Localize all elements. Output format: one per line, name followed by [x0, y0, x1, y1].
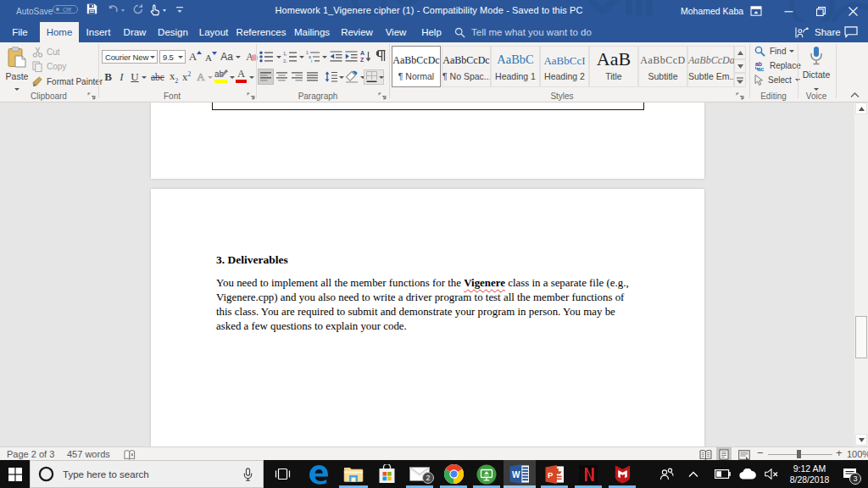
- shrink-font-button[interactable]: A: [204, 51, 218, 64]
- scrollbar-thumb[interactable]: [855, 316, 867, 358]
- font-color-dropdown-icon[interactable]: [249, 76, 254, 79]
- taskbar-netflix[interactable]: [573, 460, 604, 488]
- styles-gallery-more-button[interactable]: [734, 73, 746, 87]
- style-normal[interactable]: AaBbCcDc ¶ Normal: [392, 46, 441, 87]
- start-button[interactable]: [0, 460, 30, 488]
- tab-home[interactable]: Home: [40, 22, 79, 42]
- task-view-button[interactable]: [267, 460, 298, 488]
- numbering-icon[interactable]: 12: [283, 51, 298, 63]
- underline-dropdown-icon[interactable]: [142, 76, 147, 79]
- styles-scroll-up-button[interactable]: [734, 46, 746, 59]
- find-button[interactable]: Find: [754, 45, 794, 58]
- copy-button[interactable]: Copy: [32, 60, 66, 73]
- bullets-dropdown-icon[interactable]: [276, 56, 281, 58]
- font-size-combo[interactable]: 9.5: [159, 50, 186, 64]
- align-right-icon[interactable]: [292, 72, 303, 81]
- taskbar-powerpoint[interactable]: P: [539, 460, 570, 488]
- style-subtitle[interactable]: AaBbCcD Subtitle: [638, 46, 687, 87]
- taskbar-screenshare-app[interactable]: [471, 460, 502, 488]
- tab-layout[interactable]: Layout: [194, 22, 233, 42]
- styles-scroll-down-button[interactable]: [734, 59, 746, 73]
- select-button[interactable]: Select: [754, 74, 800, 86]
- page-indicator[interactable]: Page 2 of 3: [7, 448, 54, 460]
- taskbar-search-box[interactable]: Type here to search: [30, 460, 264, 488]
- zoom-level[interactable]: 100%: [847, 448, 868, 460]
- line-spacing-dropdown-icon[interactable]: [339, 76, 344, 79]
- italic-button[interactable]: I: [116, 70, 127, 84]
- tray-chevron-button[interactable]: [683, 460, 704, 488]
- sort-icon[interactable]: AZ: [360, 50, 371, 62]
- share-button[interactable]: Share: [795, 22, 843, 42]
- numbering-dropdown-icon[interactable]: [299, 56, 304, 58]
- format-painter-button[interactable]: Format Painter: [32, 75, 103, 88]
- word-count[interactable]: 457 words: [67, 448, 110, 460]
- clear-formatting-button[interactable]: A: [244, 50, 259, 64]
- tray-onedrive-button[interactable]: [736, 460, 760, 488]
- proofing-icon[interactable]: [124, 450, 136, 460]
- styles-dialog-launcher[interactable]: [736, 92, 744, 101]
- multilevel-list-icon[interactable]: 1ai: [306, 51, 320, 63]
- increase-indent-icon[interactable]: [345, 51, 358, 62]
- tab-draw[interactable]: Draw: [118, 22, 152, 42]
- bullets-icon[interactable]: [259, 51, 274, 63]
- search-mic-icon[interactable]: [243, 468, 253, 481]
- tab-file[interactable]: File: [3, 22, 36, 42]
- tab-review[interactable]: Review: [337, 22, 377, 42]
- document-area[interactable]: 3. Deliverables You need to implement al…: [0, 103, 854, 446]
- justify-icon[interactable]: [307, 72, 318, 81]
- restore-button[interactable]: [806, 0, 835, 22]
- show-marks-icon[interactable]: [376, 50, 386, 62]
- style-heading2[interactable]: AaBbCcI Heading 2: [540, 46, 589, 87]
- text-effects-button[interactable]: A: [195, 70, 207, 84]
- taskbar-word[interactable]: W: [504, 460, 536, 488]
- clipboard-dialog-launcher[interactable]: [87, 92, 96, 101]
- decrease-indent-icon[interactable]: [330, 51, 342, 62]
- tab-mailings[interactable]: Mailings: [289, 22, 335, 42]
- tray-battery-button[interactable]: [710, 460, 734, 488]
- taskbar-store[interactable]: [371, 460, 402, 488]
- superscript-button[interactable]: x2: [180, 70, 193, 84]
- tab-view[interactable]: View: [379, 22, 413, 42]
- zoom-in-button[interactable]: +: [836, 447, 843, 459]
- style-heading1[interactable]: AaBbC Heading 1: [491, 46, 540, 87]
- borders-dropdown-icon[interactable]: [379, 76, 384, 79]
- bold-button[interactable]: B: [102, 70, 114, 84]
- minimize-button[interactable]: [774, 0, 803, 22]
- strikethrough-button[interactable]: abc: [149, 70, 166, 84]
- ribbon-display-options-button[interactable]: [742, 0, 771, 22]
- close-button[interactable]: [838, 0, 867, 22]
- style-subtle-emphasis[interactable]: AaBbCcDa Subtle Em...: [687, 46, 734, 87]
- dictate-button[interactable]: Dictate: [799, 45, 833, 91]
- taskbar-file-explorer[interactable]: [337, 460, 370, 488]
- zoom-slider-handle[interactable]: [797, 450, 801, 458]
- tray-volume-button[interactable]: [760, 460, 783, 488]
- underline-button[interactable]: U: [129, 70, 141, 84]
- tab-references[interactable]: References: [235, 22, 287, 42]
- change-case-button[interactable]: Aa: [220, 50, 241, 64]
- cut-button[interactable]: Cut: [32, 46, 60, 58]
- line-spacing-icon[interactable]: [325, 71, 337, 82]
- tab-design[interactable]: Design: [153, 22, 192, 42]
- highlight-color-button[interactable]: ab: [214, 69, 228, 84]
- taskbar-chrome[interactable]: [438, 460, 469, 488]
- scroll-down-button[interactable]: [855, 434, 867, 446]
- highlight-dropdown-icon[interactable]: [230, 76, 235, 79]
- font-dialog-launcher[interactable]: [247, 92, 255, 101]
- shading-icon[interactable]: [345, 70, 359, 83]
- tray-people-button[interactable]: [654, 460, 678, 488]
- taskbar-mail[interactable]: 2: [404, 460, 435, 488]
- align-center-icon[interactable]: [276, 72, 287, 81]
- scroll-up-button[interactable]: [855, 103, 867, 114]
- read-mode-icon[interactable]: [699, 450, 712, 460]
- multilevel-dropdown-icon[interactable]: [322, 56, 327, 58]
- grow-font-button[interactable]: A: [188, 50, 203, 64]
- web-layout-icon[interactable]: [738, 450, 750, 460]
- subscript-button[interactable]: x2: [167, 70, 181, 84]
- font-color-button[interactable]: A: [236, 69, 248, 84]
- paragraph-dialog-launcher[interactable]: [378, 92, 387, 101]
- comment-icon[interactable]: [844, 26, 858, 38]
- vertical-scrollbar[interactable]: [854, 103, 868, 446]
- style-no-spacing[interactable]: AaBbCcDc ¶ No Spac...: [442, 46, 491, 87]
- taskbar-mcafee[interactable]: [607, 460, 637, 488]
- zoom-out-button[interactable]: −: [757, 447, 764, 459]
